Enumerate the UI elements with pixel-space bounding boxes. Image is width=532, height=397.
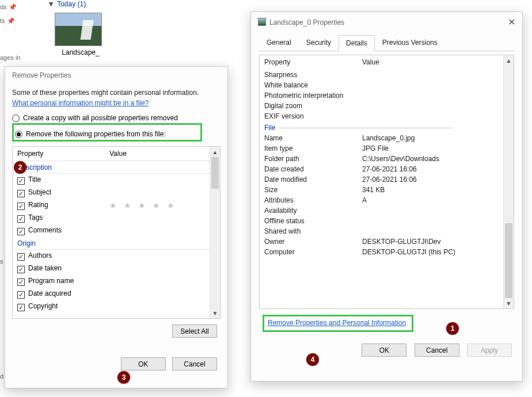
list-item[interactable]: Title: [13, 174, 210, 187]
scrollbar[interactable]: ▲ ▼: [210, 147, 220, 318]
list-item[interactable]: Date acquired: [13, 288, 210, 300]
table-row[interactable]: NameLandscape_0.jpg: [260, 133, 503, 143]
bg-text: ages in: [0, 54, 20, 61]
table-row[interactable]: White balance: [260, 80, 503, 90]
file-properties-dialog: Landscape_0 Properties ✕ General Securit…: [250, 12, 523, 381]
radio-label: Create a copy with all possible properti…: [23, 114, 178, 122]
ok-button[interactable]: OK: [362, 343, 406, 357]
intro-text: Some of these properties might contain p…: [12, 89, 221, 97]
checkbox-icon[interactable]: [17, 190, 25, 197]
table-row[interactable]: Date created27-06-2021 16:06: [260, 164, 503, 174]
radio-create-copy[interactable]: Create a copy with all possible properti…: [12, 114, 221, 122]
bg-text: ts 📌: [0, 17, 15, 25]
table-row[interactable]: ComputerDESKTOP-GLUGTJI (this PC): [260, 247, 503, 257]
section-description: Description: [13, 161, 210, 174]
remove-properties-dialog: Remove Properties Some of these properti…: [5, 66, 228, 388]
info-link[interactable]: What personal information might be in a …: [12, 99, 149, 107]
table-row[interactable]: Sharpness: [260, 70, 503, 80]
chevron-down-icon: ▶: [48, 2, 55, 7]
scroll-up-icon[interactable]: ▲: [504, 55, 514, 66]
scroll-thumb[interactable]: [505, 223, 512, 298]
list-item[interactable]: Rating★ ★ ★ ★ ★: [13, 199, 210, 212]
radio-remove-following[interactable]: Remove the following properties from thi…: [15, 130, 166, 138]
list-item[interactable]: Program name: [13, 275, 210, 288]
checkbox-icon[interactable]: [17, 203, 25, 210]
column-header-property[interactable]: Property: [13, 147, 105, 161]
bg-text: d: [0, 373, 3, 380]
details-list: Property Value Sharpness White balance P…: [259, 55, 514, 309]
remove-properties-link[interactable]: Remove Properties and Personal Informati…: [268, 319, 406, 327]
radio-label: Remove the following properties from thi…: [26, 130, 166, 138]
list-item[interactable]: Date taken: [13, 262, 210, 275]
annotation-1: 1: [446, 322, 459, 335]
column-header-value[interactable]: Value: [358, 55, 503, 70]
scrollbar[interactable]: ▲ ▼: [503, 55, 514, 308]
apply-button: Apply: [467, 343, 512, 357]
checkbox-icon[interactable]: [17, 215, 25, 223]
cancel-button[interactable]: Cancel: [172, 357, 217, 371]
annotation-4: 4: [306, 353, 319, 366]
select-all-button[interactable]: Select All: [172, 325, 217, 338]
table-row[interactable]: OwnerDESKTOP-GLUGTJI\Dev: [260, 236, 503, 247]
list-item[interactable]: Copyright: [13, 300, 210, 313]
radio-icon: [15, 131, 22, 138]
table-row[interactable]: Folder pathC:\Users\Dev\Downloads: [260, 154, 503, 164]
column-header-property[interactable]: Property: [260, 55, 358, 70]
scroll-down-icon[interactable]: ▼: [504, 298, 514, 308]
checkbox-icon[interactable]: [17, 228, 25, 235]
rating-stars[interactable]: ★ ★ ★ ★ ★: [109, 201, 177, 210]
table-row[interactable]: Shared with: [260, 226, 503, 236]
table-row[interactable]: Availability: [260, 205, 503, 216]
checkbox-icon[interactable]: [17, 253, 25, 261]
thumbnail-label: Landscape_: [55, 48, 107, 56]
group-label: Today (1): [57, 0, 86, 8]
table-row[interactable]: Photometric interpretation: [260, 90, 503, 101]
close-icon[interactable]: ✕: [508, 17, 515, 28]
table-row[interactable]: Date modified27-06-2021 16:06: [260, 174, 503, 185]
annotation-2: 2: [14, 161, 26, 174]
tab-strip: General Security Details Previous Versio…: [259, 35, 514, 51]
cancel-button[interactable]: Cancel: [415, 343, 459, 357]
table-row[interactable]: AttributesA: [260, 195, 503, 205]
checkbox-icon[interactable]: [17, 278, 25, 286]
table-row[interactable]: Item typeJPG File: [260, 143, 503, 154]
list-item[interactable]: Comments: [13, 224, 210, 237]
list-item[interactable]: Subject: [13, 186, 210, 199]
section-origin: Origin: [13, 237, 210, 250]
properties-list: Property Value Description Title Subject…: [12, 146, 221, 319]
checkbox-icon[interactable]: [17, 177, 25, 185]
checkbox-icon[interactable]: [17, 291, 25, 299]
tab-details[interactable]: Details: [339, 35, 375, 51]
table-row[interactable]: EXIF version: [260, 111, 503, 121]
checkbox-icon[interactable]: [17, 266, 25, 273]
thumbnail-image[interactable]: [55, 13, 102, 46]
dialog-title: Landscape_0 Properties: [269, 18, 344, 26]
explorer-group-today[interactable]: ▶ Today (1) ✓ Landscape_: [49, 0, 107, 56]
radio-icon: [12, 114, 20, 122]
tab-security[interactable]: Security: [299, 35, 339, 51]
tab-general[interactable]: General: [259, 35, 299, 51]
scroll-down-icon[interactable]: ▼: [210, 308, 220, 318]
bg-text: s: [0, 258, 3, 265]
checkbox-icon[interactable]: [17, 304, 25, 311]
column-header-value[interactable]: Value: [105, 147, 210, 161]
list-item[interactable]: Authors: [13, 250, 210, 263]
dialog-title: Remove Properties: [12, 71, 71, 79]
table-row[interactable]: Digital zoom: [260, 101, 503, 111]
tab-previous-versions[interactable]: Previous Versions: [375, 35, 445, 51]
bg-text: ds 📌: [0, 3, 17, 11]
annotation-3: 3: [117, 371, 130, 384]
scroll-thumb[interactable]: [211, 157, 219, 189]
section-file: File: [260, 121, 503, 133]
table-row[interactable]: Offline status: [260, 216, 503, 226]
list-item[interactable]: Tags: [13, 212, 210, 224]
scroll-up-icon[interactable]: ▲: [210, 147, 220, 157]
ok-button[interactable]: OK: [121, 357, 166, 371]
table-row[interactable]: Size341 KB: [260, 185, 503, 195]
file-icon: [258, 18, 266, 26]
